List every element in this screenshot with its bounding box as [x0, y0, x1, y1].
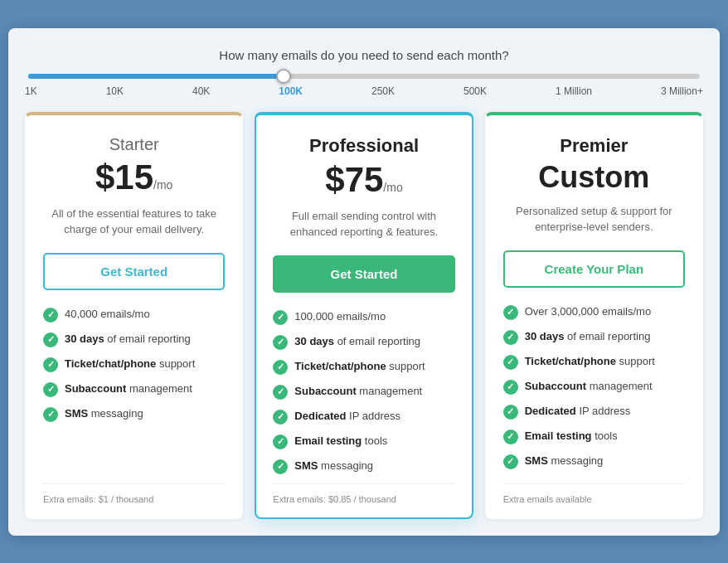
feature-text: Email testing tools — [294, 434, 387, 449]
check-icon — [43, 407, 58, 422]
professional-name: Professional — [273, 135, 454, 157]
slider-labels: 1K 10K 40K 100K 250K 500K 1 Million 3 Mi… — [25, 85, 703, 97]
check-icon — [503, 330, 518, 345]
check-icon — [43, 308, 58, 323]
check-icon — [273, 385, 288, 400]
feature-text: Dedicated IP address — [294, 409, 400, 424]
check-icon — [503, 355, 518, 370]
list-item: Ticket/chat/phone support — [43, 357, 225, 372]
starter-features: 40,000 emails/mo 30 days of email report… — [43, 307, 225, 483]
starter-desc: All of the essential features to take ch… — [43, 206, 225, 238]
list-item: Ticket/chat/phone support — [273, 359, 454, 375]
check-icon — [503, 430, 518, 444]
slider-label-40k: 40K — [192, 85, 210, 97]
slider-label-250k: 250K — [371, 85, 395, 97]
list-item: Over 3,000,000 emails/mo — [503, 304, 685, 320]
professional-price-unit: /mo — [383, 181, 402, 194]
list-item: SMS messaging — [273, 459, 454, 474]
list-item: 30 days of email reporting — [43, 332, 225, 347]
slider-wrapper[interactable] — [25, 74, 703, 79]
check-icon — [43, 357, 58, 372]
check-icon — [503, 454, 518, 469]
starter-get-started-button[interactable]: Get Started — [43, 253, 225, 290]
starter-extra: Extra emails: $1 / thousand — [43, 483, 225, 504]
professional-price-row: $75/mo — [273, 160, 454, 200]
check-icon — [43, 382, 58, 397]
slider-question: How many emails do you need to send each… — [25, 48, 703, 62]
check-icon — [273, 310, 288, 325]
feature-text: Subaccount management — [65, 381, 192, 396]
premier-custom-price: Custom — [538, 160, 649, 194]
premier-price-row: Custom — [503, 160, 685, 195]
feature-text: Over 3,000,000 emails/mo — [525, 304, 651, 319]
list-item: Subaccount management — [43, 381, 225, 397]
plan-premier: Premier Custom Personalized setup & supp… — [485, 112, 703, 519]
starter-price-unit: /mo — [153, 178, 172, 192]
feature-text: Subaccount management — [294, 384, 422, 399]
slider-label-10k: 10K — [106, 85, 124, 97]
plan-starter: Starter $15/mo All of the essential feat… — [25, 112, 243, 519]
feature-text: Dedicated IP address — [525, 404, 631, 419]
feature-text: 30 days of email reporting — [525, 329, 651, 344]
feature-text: Ticket/chat/phone support — [525, 354, 655, 369]
check-icon — [273, 459, 288, 474]
premier-desc: Personalized setup & support for enterpr… — [503, 203, 685, 235]
list-item: SMS messaging — [503, 454, 685, 469]
slider-section: How many emails do you need to send each… — [25, 48, 703, 97]
starter-price: $15 — [95, 158, 153, 197]
feature-text: Email testing tools — [525, 429, 618, 444]
check-icon — [43, 332, 58, 347]
plan-professional: Professional $75/mo Full email sending c… — [255, 112, 473, 519]
premier-features: Over 3,000,000 emails/mo 30 days of emai… — [503, 304, 685, 483]
slider-thumb[interactable] — [276, 69, 291, 84]
feature-text: 30 days of email reporting — [294, 334, 420, 349]
check-icon — [273, 434, 288, 449]
professional-extra: Extra emails: $0.85 / thousand — [273, 483, 454, 504]
slider-label-500k: 500K — [463, 85, 487, 97]
list-item: 40,000 emails/mo — [43, 307, 225, 323]
feature-text: SMS messaging — [65, 406, 143, 421]
list-item: Ticket/chat/phone support — [503, 354, 685, 370]
slider-label-3m: 3 Million+ — [661, 85, 703, 97]
list-item: Dedicated IP address — [273, 409, 454, 425]
check-icon — [273, 410, 288, 425]
premier-extra: Extra emails available — [503, 483, 685, 504]
premier-create-plan-button[interactable]: Create Your Plan — [503, 250, 685, 288]
feature-text: Ticket/chat/phone support — [294, 359, 425, 374]
feature-text: Subaccount management — [525, 379, 653, 394]
professional-desc: Full email sending control with enhanced… — [273, 208, 454, 240]
check-icon — [503, 380, 518, 395]
check-icon — [503, 305, 518, 320]
list-item: Dedicated IP address — [503, 404, 685, 420]
starter-name: Starter — [43, 135, 225, 154]
list-item: 30 days of email reporting — [273, 334, 454, 350]
professional-features: 100,000 emails/mo 30 days of email repor… — [273, 309, 454, 483]
professional-price: $75 — [325, 160, 383, 199]
list-item: Subaccount management — [503, 379, 685, 395]
feature-text: SMS messaging — [294, 459, 373, 473]
plans-grid: Starter $15/mo All of the essential feat… — [25, 112, 703, 519]
list-item: Email testing tools — [503, 429, 685, 444]
slider-fill — [28, 74, 284, 79]
professional-get-started-button[interactable]: Get Started — [273, 255, 454, 293]
premier-name: Premier — [503, 135, 685, 157]
feature-text: SMS messaging — [525, 454, 604, 468]
slider-label-100k: 100K — [279, 85, 303, 97]
feature-text: Ticket/chat/phone support — [65, 357, 195, 371]
list-item: SMS messaging — [43, 406, 225, 422]
slider-track — [28, 74, 700, 79]
list-item: 30 days of email reporting — [503, 329, 685, 345]
check-icon — [503, 405, 518, 420]
check-icon — [273, 360, 288, 375]
slider-label-1m: 1 Million — [556, 85, 592, 97]
pricing-container: How many emails do you need to send each… — [8, 28, 720, 536]
feature-text: 100,000 emails/mo — [294, 309, 386, 324]
slider-label-1k: 1K — [25, 85, 37, 97]
list-item: Subaccount management — [273, 384, 454, 400]
list-item: 100,000 emails/mo — [273, 309, 454, 325]
starter-price-row: $15/mo — [43, 158, 225, 197]
feature-text: 40,000 emails/mo — [65, 307, 150, 322]
check-icon — [273, 335, 288, 350]
list-item: Email testing tools — [273, 434, 454, 449]
feature-text: 30 days of email reporting — [65, 332, 191, 347]
